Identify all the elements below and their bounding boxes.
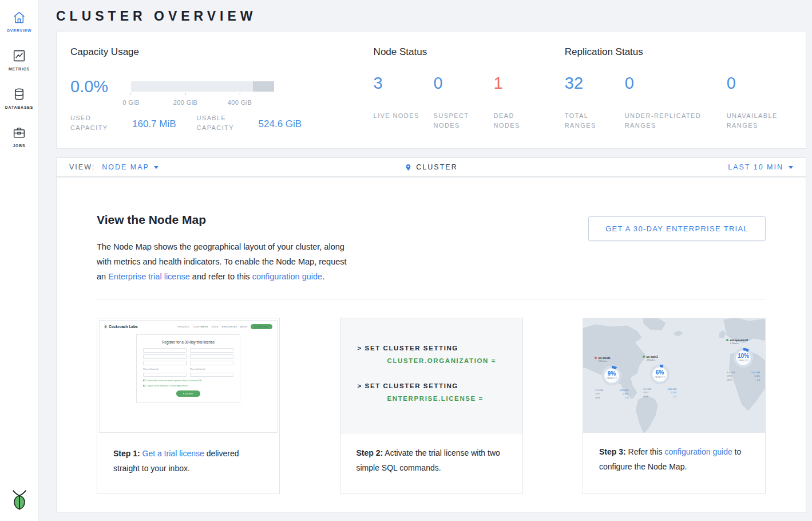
enterprise-trial-license-link[interactable]: Enterprise trial license [108,272,190,281]
screenshot-form-title: Register for a 30-day trial license [143,340,233,344]
sql-command-line: > SET CLUSTER SETTING [358,382,522,389]
metrics-icon [12,49,26,63]
total-ranges-stat: 32 TOTAL RANGES [565,74,614,131]
form-field-placeholder [143,348,187,353]
region-status-dot [595,357,597,359]
sidebar-item-jobs[interactable]: JOBS [12,125,26,148]
capacity-donut: 6%CAPACITY [648,363,671,386]
main-content: CLUSTER OVERVIEW Capacity Usage 0.0% 0 G… [39,0,812,513]
capacity-usage-title: Capacity Usage [70,46,374,58]
configuration-guide-link[interactable]: configuration guide [664,447,732,456]
screenshot-nav: PRODUCT CUSTOMERS DOCS RESOURCES BLOG DO… [178,324,272,329]
sql-setting-line: CLUSTER.ORGANIZATION = [387,357,522,364]
capacity-bar-chart: 0 GiB 200 GiB 400 GiB [131,81,274,106]
sidebar-item-overview[interactable]: OVERVIEW [7,10,32,33]
chevron-down-icon [154,166,159,169]
capacity-axis-tick: 200 GiB [173,93,198,107]
email-optin-checkbox-row: I would like to receive email updates ab… [143,380,233,382]
time-range-dropdown[interactable]: LAST 10 MIN [458,163,793,171]
sidebar-item-label: DATABASES [5,105,33,109]
node-map-intro: View the Node Map The Node Map shows the… [97,213,355,284]
license-agreement-link: Software License Agreement [160,385,188,387]
step-3-caption: Step 3: Refer this configuration guide t… [583,433,765,474]
unavailable-ranges-value: 0 [727,74,776,93]
sidebar-item-databases[interactable]: DATABASES [5,87,33,109]
cockroach-bug-icon [11,490,27,511]
home-icon [12,10,26,25]
node-map-description: The Node Map shows the geographical layo… [97,239,355,284]
replication-status-section: Replication Status 32 TOTAL RANGES 0 UND… [565,46,792,135]
screenshot-register-form: Register for a 30-day trial license Phon… [136,334,240,403]
under-replicated-ranges-label: UNDER-REPLICATED RANGES [625,111,715,131]
enterprise-trial-cta-button[interactable]: GET A 30-DAY ENTERPRISE TRIAL [588,216,766,241]
sql-setting-line: ENTERPRISE.LICENSE = [387,395,522,402]
live-nodes-label: LIVE NODES [374,111,423,121]
page-title: CLUSTER OVERVIEW [56,0,806,31]
form-field-placeholder [190,348,233,353]
divider [97,299,766,299]
registration-page-screenshot: Cockroach Labs PRODUCT CUSTOMERS DOCS RE… [99,320,278,433]
screenshot-brand: Cockroach Labs [104,325,138,329]
step-3-label: Step 3: [599,447,626,456]
used-capacity-stat: USED CAPACITY 160.7 MiB [70,113,176,133]
usable-capacity-label: USABLE CAPACITY [197,113,247,133]
configuration-guide-link[interactable]: configuration guide [252,272,323,281]
node-map-heading: View the Node Map [97,213,355,227]
suspect-nodes-stat: 0 SUSPECT NODES [434,74,483,131]
license-agree-checkbox-row: I agree to the Software License Agreemen… [143,385,233,388]
chevron-down-icon [789,166,793,169]
phone-field-label: Phone (Optional) [190,367,233,370]
sidebar-item-label: OVERVIEW [7,29,32,33]
node-status-title: Node Status [374,46,565,58]
jobs-icon [12,125,26,140]
usable-capacity-value: 524.6 GiB [259,119,302,133]
time-range-value: LAST 10 MIN [728,163,783,171]
map-node-region: us-east13 Nodes 6%CAPACITY 3.1 GiB100 Gi… [641,355,678,398]
view-bar: VIEW: NODE MAP CLUSTER LAST 10 MIN [56,157,806,177]
capacity-axis-tick: 0 GiB [122,93,140,107]
sidebar-item-label: METRICS [9,67,30,71]
step-2-caption: Step 2: Activate the trial license with … [340,434,522,475]
sidebar-item-label: JOBS [13,144,25,148]
map-node-region: us-west13 Nodes 9%CAPACITY 3.2 GiB100 Gi… [593,356,630,400]
dead-nodes-label: DEAD NODES [494,111,543,131]
suspect-nodes-value: 0 [434,74,483,93]
form-field-placeholder [143,373,187,377]
unavailable-ranges-stat: 0 UNAVAILABLE RANGES [727,74,776,131]
checkbox-icon [143,385,145,387]
get-trial-license-link[interactable]: Get a trial license [142,449,204,458]
capacity-bar-other-segment [253,81,275,92]
view-selector-dropdown[interactable]: NODE MAP [102,163,159,171]
region-metrics: 3.1 GiB100 GiB CPU0.2% QPS2.1 [643,388,676,399]
dead-nodes-stat: 1 DEAD NODES [494,74,543,131]
sidebar: OVERVIEW METRICS DATABASES JOBS [0,0,39,521]
step-1-card: Cockroach Labs PRODUCT CUSTOMERS DOCS RE… [97,318,280,494]
usable-capacity-stat: USABLE CAPACITY 524.6 GiB [197,113,302,133]
step-3-card: us-west13 Nodes 9%CAPACITY 3.2 GiB100 Gi… [583,318,766,494]
node-status-section: Node Status 3 LIVE NODES 0 SUSPECT NODES… [374,46,565,135]
map-node-region: europe-west13 Nodes 10%CAPACITY 3.4 GiB1… [725,338,762,382]
region-metrics: 3.4 GiB100 GiB CPU0.4% QPS1.6 [727,371,760,382]
capacity-used-percent: 0.0% [70,77,131,96]
suspect-nodes-label: SUSPECT NODES [434,111,483,131]
form-field-placeholder [143,354,187,359]
total-ranges-label: TOTAL RANGES [565,111,614,131]
sidebar-item-metrics[interactable]: METRICS [9,49,30,71]
replication-status-title: Replication Status [565,46,792,58]
step-2-card: > SET CLUSTER SETTING CLUSTER.ORGANIZATI… [340,318,523,494]
map-breadcrumb-cluster[interactable]: CLUSTER [405,163,457,172]
sql-command-line: > SET CLUSTER SETTING [358,345,522,352]
capacity-donut: 10%CAPACITY [732,346,755,369]
screenshot-submit-button: SUBMIT [176,390,200,397]
step-2-label: Step 2: [357,448,383,457]
capacity-axis-tick: 400 GiB [228,93,252,107]
view-label: VIEW: [69,163,95,171]
total-ranges-value: 32 [565,74,614,93]
step-1-caption: Step 1: Get a trial license delivered st… [97,435,279,476]
cluster-summary-card: Capacity Usage 0.0% 0 GiB 200 GiB 400 Gi… [56,31,806,149]
form-field-placeholder [190,361,233,365]
used-capacity-value: 160.7 MiB [132,119,176,133]
node-map-preview: us-west13 Nodes 9%CAPACITY 3.2 GiB100 Gi… [583,318,765,433]
capacity-bar [131,81,274,92]
screenshot-site-header: Cockroach Labs PRODUCT CUSTOMERS DOCS RE… [104,324,272,329]
